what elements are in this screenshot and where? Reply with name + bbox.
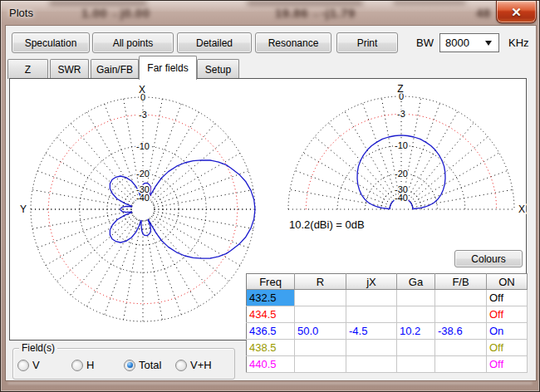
- cell-on[interactable]: Off: [487, 290, 528, 306]
- radio-button-icon[interactable]: [71, 360, 83, 371]
- cell-fb[interactable]: [435, 290, 487, 306]
- grid-spoke: [37, 213, 132, 248]
- cell-ga[interactable]: [397, 356, 435, 373]
- db-ring-label: -40: [136, 193, 150, 203]
- radio-button-icon[interactable]: [175, 360, 187, 371]
- tab-gain-fb[interactable]: Gain/FB: [91, 59, 139, 79]
- grid-spoke: [155, 190, 253, 208]
- cell-ga[interactable]: [397, 306, 435, 323]
- table-header-f-b[interactable]: F/B: [435, 274, 487, 290]
- table-header-freq[interactable]: Freq: [247, 274, 295, 290]
- bw-combobox[interactable]: 8000: [439, 33, 499, 52]
- radio-label: V: [32, 359, 40, 371]
- grid-spoke: [345, 111, 395, 199]
- table-header-on[interactable]: ON: [487, 274, 528, 290]
- cell-jx[interactable]: [346, 340, 397, 356]
- elevation-plot: 0-3-10-20-30-40ZX: [288, 83, 525, 215]
- radio-option-v[interactable]: V: [17, 359, 40, 371]
- grid-spoke: [46, 154, 133, 204]
- radio-option-total[interactable]: Total: [124, 359, 161, 371]
- grid-spoke: [315, 137, 393, 203]
- cell-freq[interactable]: 434.5: [247, 306, 295, 323]
- radio-button-icon[interactable]: [17, 360, 29, 371]
- grid-spoke: [37, 171, 132, 206]
- cell-freq[interactable]: 440.5: [247, 356, 295, 373]
- cell-freq[interactable]: 436.5: [247, 323, 295, 340]
- table-header-r[interactable]: R: [295, 274, 346, 290]
- titlebar-ghost-text: 48: [476, 6, 491, 20]
- cell-fb[interactable]: [435, 340, 487, 356]
- close-icon: ✕: [511, 6, 522, 18]
- cell-jx[interactable]: [346, 306, 397, 323]
- close-button[interactable]: ✕: [496, 1, 537, 23]
- grid-spoke: [147, 220, 182, 315]
- cell-jx[interactable]: [346, 356, 397, 373]
- grid-spoke: [150, 218, 215, 296]
- db-ring: [80, 146, 206, 272]
- bw-combobox-value: 8000: [440, 37, 485, 49]
- table-header-jx[interactable]: jX: [346, 274, 397, 290]
- cell-r[interactable]: [295, 306, 346, 323]
- colours-button[interactable]: Colours: [454, 250, 523, 267]
- cell-on[interactable]: Off: [487, 306, 528, 323]
- cell-on[interactable]: Off: [487, 356, 528, 373]
- plots-window: 1.00→j0.0019.86→-j1.7948 Plots ✕ Specula…: [0, 0, 540, 392]
- cell-ga[interactable]: 10.2: [397, 323, 435, 340]
- toolbar-button-detailed[interactable]: Detailed: [177, 32, 252, 53]
- grid-spoke: [57, 137, 135, 202]
- cell-fb[interactable]: [435, 356, 487, 373]
- table-header-row: FreqRjXGaF/BON: [247, 274, 528, 290]
- toolbar-button-print[interactable]: Print: [336, 32, 398, 53]
- titlebar-smudge: [49, 1, 147, 5]
- radio-option-h[interactable]: H: [71, 359, 94, 371]
- cell-on[interactable]: Off: [487, 340, 528, 356]
- tab-z[interactable]: Z: [7, 59, 48, 79]
- table-header-ga[interactable]: Ga: [397, 274, 435, 290]
- titlebar-ghost-text: 19.86→-j1.79: [275, 6, 356, 20]
- cell-r[interactable]: 50.0: [295, 323, 346, 340]
- cell-jx[interactable]: -4.5: [346, 323, 397, 340]
- db-ring-label: -20: [136, 169, 150, 179]
- axis-label-top: X: [139, 84, 145, 96]
- axis-label-top: Z: [397, 83, 403, 95]
- titlebar-ghost-text: 1.00→j0.00: [81, 6, 150, 20]
- grid-spoke: [71, 124, 135, 201]
- khz-unit-label: KHz: [508, 37, 529, 49]
- toolbar-button-speculation[interactable]: Speculation: [12, 32, 90, 53]
- grid-spoke: [329, 123, 395, 201]
- titlebar[interactable]: 1.00→j0.0019.86→-j1.7948 Plots: [1, 1, 540, 26]
- cell-r[interactable]: [295, 356, 346, 373]
- cell-freq[interactable]: 432.5: [247, 290, 295, 306]
- toolbar-button-all-points[interactable]: All points: [92, 32, 174, 53]
- cell-r[interactable]: [295, 340, 346, 356]
- radio-option-v-h[interactable]: V+H: [175, 359, 212, 371]
- toolbar-button-resonance[interactable]: Resonance: [255, 32, 331, 53]
- cell-freq[interactable]: 438.5: [247, 340, 295, 356]
- db-ring-label: -20: [395, 169, 408, 179]
- db-ring-label: -10: [395, 140, 408, 150]
- cell-fb[interactable]: [435, 306, 487, 323]
- grid-spoke: [409, 123, 474, 201]
- grid-spoke: [155, 211, 253, 228]
- db-ring-label: -3: [139, 110, 147, 120]
- radio-label: Total: [139, 359, 161, 371]
- cell-fb[interactable]: -38.6: [435, 323, 487, 340]
- table-row: 438.5Off: [247, 340, 528, 356]
- cell-jx[interactable]: [346, 290, 397, 306]
- cell-ga[interactable]: [397, 290, 435, 306]
- dropdown-arrow-icon[interactable]: [485, 41, 492, 46]
- cell-r[interactable]: [295, 290, 346, 306]
- grid-spoke: [407, 111, 458, 199]
- radio-button-icon-checked[interactable]: [124, 360, 135, 371]
- grid-spoke: [57, 217, 135, 282]
- tab-far-fields[interactable]: Far fields: [139, 56, 197, 80]
- cell-on[interactable]: On: [487, 323, 528, 340]
- grid-spoke: [147, 104, 182, 198]
- db-ring: [31, 97, 255, 321]
- grid-spoke: [87, 112, 138, 199]
- titlebar-smudge: [393, 1, 466, 4]
- tab-swr[interactable]: SWR: [50, 59, 89, 79]
- tab-setup[interactable]: Setup: [197, 59, 239, 79]
- titlebar-smudge: [247, 1, 363, 5]
- cell-ga[interactable]: [397, 340, 435, 356]
